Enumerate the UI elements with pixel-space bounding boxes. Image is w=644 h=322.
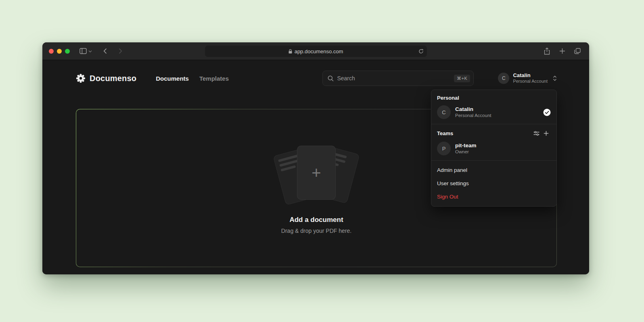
personal-section: Personal C Catalin Personal Account <box>431 90 556 124</box>
brand[interactable]: Documenso <box>76 73 136 83</box>
avatar: C <box>437 105 451 119</box>
zoom-window-button[interactable] <box>65 49 70 54</box>
forward-icon[interactable] <box>114 45 126 57</box>
tab-overview-icon[interactable] <box>571 45 583 57</box>
personal-account-name: Catalin <box>455 106 539 113</box>
browser-toolbar: app.documenso.com <box>42 42 589 60</box>
check-circle-icon <box>543 109 551 116</box>
lock-icon <box>289 49 292 54</box>
reload-icon[interactable] <box>418 49 424 54</box>
team-settings-icon[interactable] <box>531 129 541 137</box>
search-icon <box>328 75 334 82</box>
personal-heading: Personal <box>437 95 551 101</box>
account-name: Catalin <box>513 72 548 79</box>
main-nav: Documents Templates <box>156 75 229 82</box>
menu-item-user-settings[interactable]: User settings <box>431 177 556 190</box>
browser-window: app.documenso.com <box>42 42 589 274</box>
app-header: Documenso Documents Templates ⌘+K C Cata… <box>42 60 589 87</box>
menu-item-admin-panel[interactable]: Admin panel <box>431 163 556 177</box>
plus-icon: + <box>312 165 321 181</box>
address-bar[interactable]: app.documenso.com <box>205 46 427 57</box>
dropzone-title: Add a document <box>289 216 343 224</box>
close-window-button[interactable] <box>49 49 54 54</box>
search-input[interactable] <box>337 75 451 82</box>
chevron-up-down-icon <box>553 75 557 82</box>
new-tab-icon[interactable] <box>556 45 568 57</box>
avatar: C <box>498 73 509 84</box>
create-team-icon[interactable] <box>541 129 551 137</box>
search-shortcut-badge: ⌘+K <box>454 75 470 82</box>
menu-item-sign-out[interactable]: Sign Out <box>431 190 556 203</box>
app-content: Documenso Documents Templates ⌘+K C Cata… <box>42 60 589 274</box>
menu-links: Admin panel User settings Sign Out <box>431 161 556 206</box>
nav-documents[interactable]: Documents <box>156 75 189 82</box>
personal-account-subtitle: Personal Account <box>455 113 539 119</box>
url-text: app.documenso.com <box>295 48 343 54</box>
teams-heading: Teams <box>437 130 531 136</box>
avatar: P <box>437 142 451 155</box>
toolbar-right-actions <box>541 42 583 60</box>
minimize-window-button[interactable] <box>57 49 62 54</box>
dropzone-subtitle: Drag & drop your PDF here. <box>281 228 351 234</box>
team-role: Owner <box>455 149 551 155</box>
account-dropdown-menu: Personal C Catalin Personal Account <box>431 90 557 207</box>
search-box[interactable]: ⌘+K <box>322 71 474 86</box>
account-subtitle: Personal Account <box>513 79 548 84</box>
account-menu-trigger[interactable]: C Catalin Personal Account <box>498 72 557 84</box>
documents-illustration: + <box>270 142 363 207</box>
brand-name: Documenso <box>90 74 136 83</box>
documenso-logo-icon <box>76 73 86 83</box>
back-icon[interactable] <box>99 45 111 57</box>
chevron-down-icon[interactable] <box>87 45 93 57</box>
nav-templates[interactable]: Templates <box>199 75 229 82</box>
team-name: pit-team <box>455 142 551 149</box>
personal-account-item[interactable]: C Catalin Personal Account <box>437 105 551 119</box>
document-card-middle: + <box>297 146 336 200</box>
traffic-lights <box>49 49 70 54</box>
share-icon[interactable] <box>541 45 553 57</box>
team-item[interactable]: P pit-team Owner <box>437 142 551 155</box>
teams-section: Teams P <box>431 124 556 160</box>
